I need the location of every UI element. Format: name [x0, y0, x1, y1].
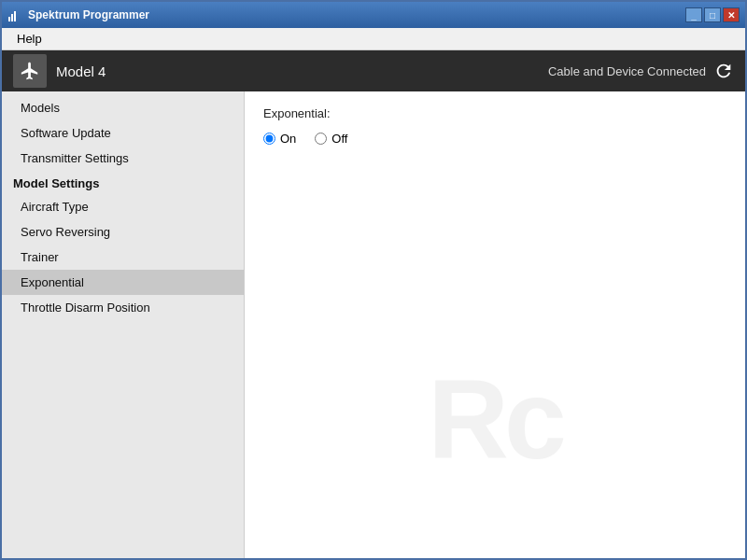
sidebar-item-aircraft-type[interactable]: Aircraft Type	[2, 194, 244, 219]
sidebar-item-trainer[interactable]: Trainer	[2, 245, 244, 270]
title-bar-controls: _ □ ✕	[685, 7, 740, 22]
radio-group-exponential: On Off	[263, 132, 726, 146]
radio-off-label: Off	[331, 132, 347, 146]
title-bar: Spektrum Programmer _ □ ✕	[2, 2, 745, 28]
radio-option-off[interactable]: Off	[315, 132, 347, 146]
sidebar-item-exponential[interactable]: Exponential	[2, 270, 244, 295]
menu-bar: Help	[2, 28, 745, 50]
header-bar: Model 4 Cable and Device Connected	[2, 50, 745, 91]
main-window: Spektrum Programmer _ □ ✕ Help Model 4 C…	[0, 0, 747, 560]
sidebar-item-servo-reversing[interactable]: Servo Reversing	[2, 219, 244, 245]
svg-rect-2	[14, 11, 16, 21]
watermark: Rc	[428, 355, 561, 483]
sidebar-item-software-update[interactable]: Software Update	[2, 120, 244, 146]
svg-rect-0	[8, 17, 10, 21]
sidebar-item-transmitter-settings[interactable]: Transmitter Settings	[2, 146, 244, 171]
radio-on[interactable]	[263, 133, 275, 145]
title-bar-left: Spektrum Programmer	[7, 7, 149, 22]
main-content: Models Software Update Transmitter Setti…	[2, 91, 745, 558]
radio-off[interactable]	[315, 133, 327, 145]
model-icon-box	[13, 54, 47, 88]
refresh-button[interactable]	[713, 61, 734, 81]
header-left: Model 4	[13, 54, 106, 88]
sidebar-item-throttle-disarm-position[interactable]: Throttle Disarm Position	[2, 295, 244, 320]
radio-on-label: On	[280, 132, 296, 146]
airplane-icon	[20, 61, 40, 81]
close-button[interactable]: ✕	[723, 7, 740, 22]
connection-status: Cable and Device Connected	[548, 64, 706, 78]
exponential-label: Exponential:	[263, 106, 726, 120]
header-right: Cable and Device Connected	[548, 61, 734, 81]
menu-help[interactable]: Help	[9, 30, 49, 48]
content-panel: Exponential: On Off Rc	[245, 91, 745, 558]
window-title: Spektrum Programmer	[28, 8, 149, 21]
app-icon	[7, 7, 22, 22]
minimize-button[interactable]: _	[685, 7, 702, 22]
model-name: Model 4	[56, 63, 106, 79]
radio-option-on[interactable]: On	[263, 132, 296, 146]
maximize-button[interactable]: □	[704, 7, 721, 22]
sidebar-item-models[interactable]: Models	[2, 95, 244, 120]
sidebar: Models Software Update Transmitter Setti…	[2, 91, 245, 558]
sidebar-section-model-settings: Model Settings	[2, 171, 244, 194]
svg-rect-1	[11, 14, 13, 21]
